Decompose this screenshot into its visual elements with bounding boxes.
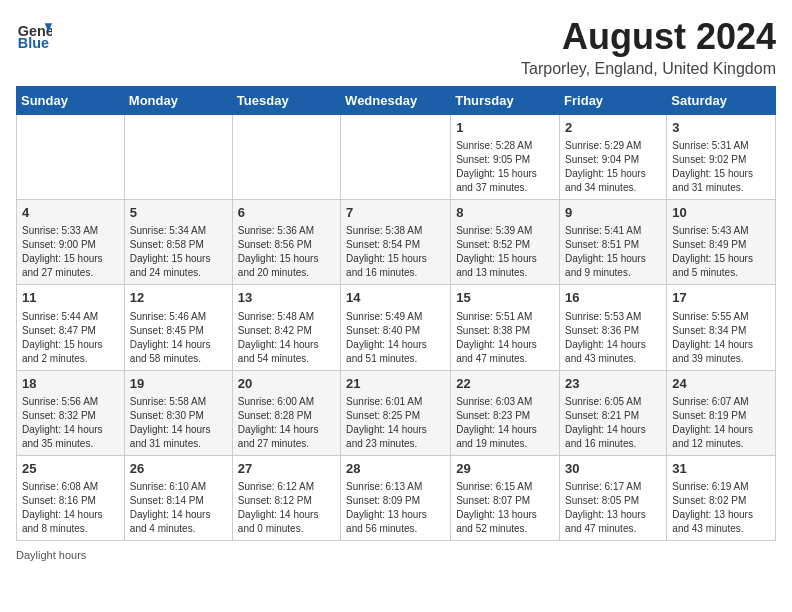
day-number: 27 (238, 460, 335, 478)
calendar-cell: 17Sunrise: 5:55 AM Sunset: 8:34 PM Dayli… (667, 285, 776, 370)
col-header-sunday: Sunday (17, 87, 125, 115)
day-info: Sunrise: 5:49 AM Sunset: 8:40 PM Dayligh… (346, 310, 445, 366)
calendar-cell (232, 115, 340, 200)
daylight-label: Daylight hours (16, 549, 86, 561)
day-info: Sunrise: 6:05 AM Sunset: 8:21 PM Dayligh… (565, 395, 661, 451)
calendar-cell: 31Sunrise: 6:19 AM Sunset: 8:02 PM Dayli… (667, 455, 776, 540)
calendar-cell (124, 115, 232, 200)
col-header-monday: Monday (124, 87, 232, 115)
day-number: 18 (22, 375, 119, 393)
calendar-week-2: 4Sunrise: 5:33 AM Sunset: 9:00 PM Daylig… (17, 200, 776, 285)
day-number: 19 (130, 375, 227, 393)
day-number: 2 (565, 119, 661, 137)
day-number: 10 (672, 204, 770, 222)
day-info: Sunrise: 5:44 AM Sunset: 8:47 PM Dayligh… (22, 310, 119, 366)
page-header: General Blue August 2024 Tarporley, Engl… (16, 16, 776, 78)
calendar-cell (341, 115, 451, 200)
calendar-cell: 21Sunrise: 6:01 AM Sunset: 8:25 PM Dayli… (341, 370, 451, 455)
day-number: 24 (672, 375, 770, 393)
day-number: 20 (238, 375, 335, 393)
col-header-saturday: Saturday (667, 87, 776, 115)
calendar-cell: 10Sunrise: 5:43 AM Sunset: 8:49 PM Dayli… (667, 200, 776, 285)
calendar-cell: 12Sunrise: 5:46 AM Sunset: 8:45 PM Dayli… (124, 285, 232, 370)
calendar-cell: 15Sunrise: 5:51 AM Sunset: 8:38 PM Dayli… (451, 285, 560, 370)
day-number: 28 (346, 460, 445, 478)
day-number: 26 (130, 460, 227, 478)
day-info: Sunrise: 6:08 AM Sunset: 8:16 PM Dayligh… (22, 480, 119, 536)
calendar-cell: 7Sunrise: 5:38 AM Sunset: 8:54 PM Daylig… (341, 200, 451, 285)
calendar-cell: 5Sunrise: 5:34 AM Sunset: 8:58 PM Daylig… (124, 200, 232, 285)
day-info: Sunrise: 6:07 AM Sunset: 8:19 PM Dayligh… (672, 395, 770, 451)
day-number: 4 (22, 204, 119, 222)
day-info: Sunrise: 5:58 AM Sunset: 8:30 PM Dayligh… (130, 395, 227, 451)
logo: General Blue (16, 16, 54, 52)
footer: Daylight hours (16, 549, 776, 561)
calendar-cell: 14Sunrise: 5:49 AM Sunset: 8:40 PM Dayli… (341, 285, 451, 370)
day-number: 9 (565, 204, 661, 222)
day-info: Sunrise: 6:13 AM Sunset: 8:09 PM Dayligh… (346, 480, 445, 536)
calendar-cell: 6Sunrise: 5:36 AM Sunset: 8:56 PM Daylig… (232, 200, 340, 285)
calendar-cell: 19Sunrise: 5:58 AM Sunset: 8:30 PM Dayli… (124, 370, 232, 455)
calendar-cell: 29Sunrise: 6:15 AM Sunset: 8:07 PM Dayli… (451, 455, 560, 540)
calendar-header-row: SundayMondayTuesdayWednesdayThursdayFrid… (17, 87, 776, 115)
day-info: Sunrise: 5:36 AM Sunset: 8:56 PM Dayligh… (238, 224, 335, 280)
calendar-cell: 11Sunrise: 5:44 AM Sunset: 8:47 PM Dayli… (17, 285, 125, 370)
main-title: August 2024 (521, 16, 776, 58)
day-number: 16 (565, 289, 661, 307)
day-number: 21 (346, 375, 445, 393)
day-number: 7 (346, 204, 445, 222)
calendar-cell: 24Sunrise: 6:07 AM Sunset: 8:19 PM Dayli… (667, 370, 776, 455)
day-number: 23 (565, 375, 661, 393)
col-header-wednesday: Wednesday (341, 87, 451, 115)
day-number: 29 (456, 460, 554, 478)
calendar-cell: 27Sunrise: 6:12 AM Sunset: 8:12 PM Dayli… (232, 455, 340, 540)
calendar-cell: 28Sunrise: 6:13 AM Sunset: 8:09 PM Dayli… (341, 455, 451, 540)
calendar-cell: 16Sunrise: 5:53 AM Sunset: 8:36 PM Dayli… (560, 285, 667, 370)
calendar-cell: 1Sunrise: 5:28 AM Sunset: 9:05 PM Daylig… (451, 115, 560, 200)
day-info: Sunrise: 5:46 AM Sunset: 8:45 PM Dayligh… (130, 310, 227, 366)
day-number: 22 (456, 375, 554, 393)
day-info: Sunrise: 6:10 AM Sunset: 8:14 PM Dayligh… (130, 480, 227, 536)
calendar-cell (17, 115, 125, 200)
day-number: 25 (22, 460, 119, 478)
svg-text:Blue: Blue (18, 35, 49, 51)
day-number: 8 (456, 204, 554, 222)
calendar-cell: 30Sunrise: 6:17 AM Sunset: 8:05 PM Dayli… (560, 455, 667, 540)
calendar-cell: 2Sunrise: 5:29 AM Sunset: 9:04 PM Daylig… (560, 115, 667, 200)
subtitle: Tarporley, England, United Kingdom (521, 60, 776, 78)
calendar-cell: 13Sunrise: 5:48 AM Sunset: 8:42 PM Dayli… (232, 285, 340, 370)
day-info: Sunrise: 5:39 AM Sunset: 8:52 PM Dayligh… (456, 224, 554, 280)
day-number: 15 (456, 289, 554, 307)
day-info: Sunrise: 6:03 AM Sunset: 8:23 PM Dayligh… (456, 395, 554, 451)
day-info: Sunrise: 6:00 AM Sunset: 8:28 PM Dayligh… (238, 395, 335, 451)
day-info: Sunrise: 5:31 AM Sunset: 9:02 PM Dayligh… (672, 139, 770, 195)
day-number: 11 (22, 289, 119, 307)
day-number: 13 (238, 289, 335, 307)
day-info: Sunrise: 5:38 AM Sunset: 8:54 PM Dayligh… (346, 224, 445, 280)
day-info: Sunrise: 5:51 AM Sunset: 8:38 PM Dayligh… (456, 310, 554, 366)
col-header-thursday: Thursday (451, 87, 560, 115)
day-info: Sunrise: 5:34 AM Sunset: 8:58 PM Dayligh… (130, 224, 227, 280)
day-info: Sunrise: 6:01 AM Sunset: 8:25 PM Dayligh… (346, 395, 445, 451)
calendar-cell: 20Sunrise: 6:00 AM Sunset: 8:28 PM Dayli… (232, 370, 340, 455)
day-number: 5 (130, 204, 227, 222)
day-number: 1 (456, 119, 554, 137)
calendar-cell: 23Sunrise: 6:05 AM Sunset: 8:21 PM Dayli… (560, 370, 667, 455)
day-info: Sunrise: 5:55 AM Sunset: 8:34 PM Dayligh… (672, 310, 770, 366)
logo-icon: General Blue (16, 16, 52, 52)
calendar-cell: 22Sunrise: 6:03 AM Sunset: 8:23 PM Dayli… (451, 370, 560, 455)
day-info: Sunrise: 6:15 AM Sunset: 8:07 PM Dayligh… (456, 480, 554, 536)
day-info: Sunrise: 5:33 AM Sunset: 9:00 PM Dayligh… (22, 224, 119, 280)
title-block: August 2024 Tarporley, England, United K… (521, 16, 776, 78)
calendar-cell: 8Sunrise: 5:39 AM Sunset: 8:52 PM Daylig… (451, 200, 560, 285)
calendar-cell: 26Sunrise: 6:10 AM Sunset: 8:14 PM Dayli… (124, 455, 232, 540)
day-number: 14 (346, 289, 445, 307)
day-info: Sunrise: 5:29 AM Sunset: 9:04 PM Dayligh… (565, 139, 661, 195)
day-info: Sunrise: 5:28 AM Sunset: 9:05 PM Dayligh… (456, 139, 554, 195)
calendar-cell: 18Sunrise: 5:56 AM Sunset: 8:32 PM Dayli… (17, 370, 125, 455)
calendar-week-5: 25Sunrise: 6:08 AM Sunset: 8:16 PM Dayli… (17, 455, 776, 540)
day-info: Sunrise: 5:41 AM Sunset: 8:51 PM Dayligh… (565, 224, 661, 280)
col-header-tuesday: Tuesday (232, 87, 340, 115)
day-info: Sunrise: 6:19 AM Sunset: 8:02 PM Dayligh… (672, 480, 770, 536)
calendar-week-1: 1Sunrise: 5:28 AM Sunset: 9:05 PM Daylig… (17, 115, 776, 200)
